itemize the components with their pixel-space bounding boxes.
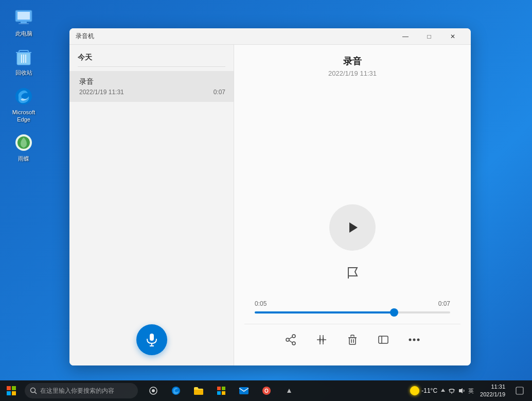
trim-button[interactable]	[311, 329, 332, 350]
current-time: 0:05	[255, 300, 267, 307]
desktop-icons: 此电脑 回收站	[5, 5, 42, 164]
bottom-toolbar	[244, 324, 460, 355]
desktop-icon-recycle[interactable]: 回收站	[5, 44, 42, 78]
more-options-button[interactable]	[404, 329, 424, 350]
svg-rect-1	[17, 12, 30, 20]
task-view-button[interactable]	[143, 380, 164, 401]
taskbar-center: O	[143, 380, 299, 401]
close-button[interactable]: ✕	[441, 28, 465, 45]
total-time: 0:07	[438, 300, 450, 307]
flag-button[interactable]	[346, 266, 359, 280]
share-button[interactable]	[280, 329, 301, 350]
svg-point-34	[413, 339, 416, 341]
svg-rect-47	[217, 391, 221, 395]
pc-label: 此电脑	[15, 30, 32, 37]
recording-list-item[interactable]: 录音 2022/1/19 11:31 0:07	[69, 71, 234, 102]
maximize-button[interactable]: □	[417, 28, 441, 45]
taskbar-weather[interactable]: -11°C	[410, 386, 437, 395]
taskbar-clock[interactable]: 11:31 2022/1/19	[477, 383, 508, 399]
recording-date-main: 2022/1/19 11:31	[328, 69, 377, 77]
record-btn-area	[69, 314, 234, 365]
desktop-icon-rain[interactable]: 雨蝶	[5, 130, 42, 164]
window-controls: — □ ✕	[394, 28, 465, 45]
svg-rect-31	[379, 336, 388, 343]
delete-button[interactable]	[342, 329, 363, 350]
svg-line-20	[289, 337, 292, 339]
left-panel: 今天 录音 2022/1/19 11:31 0:07	[69, 45, 234, 365]
progress-track[interactable]	[255, 311, 450, 313]
rename-button[interactable]	[373, 329, 394, 350]
volume-icon	[458, 387, 466, 394]
recycle-label: 回收站	[15, 69, 32, 76]
taskbar: 在这里输入你要搜索的内容	[0, 380, 532, 401]
svg-rect-12	[150, 334, 154, 341]
network-icon	[448, 387, 456, 394]
svg-rect-37	[12, 386, 16, 390]
window-titlebar: 录音机 — □ ✕	[69, 28, 471, 45]
svg-rect-49	[239, 387, 249, 394]
right-panel: 录音 2022/1/19 11:31 0:05	[234, 45, 471, 365]
svg-rect-3	[19, 23, 29, 24]
rain-label: 雨蝶	[18, 155, 29, 162]
svg-text:O: O	[264, 388, 269, 394]
window-body: 今天 录音 2022/1/19 11:31 0:07	[69, 45, 471, 365]
taskbar-mail[interactable]	[234, 380, 254, 401]
svg-rect-2	[21, 22, 27, 23]
search-icon	[30, 387, 37, 394]
start-button[interactable]	[0, 380, 23, 401]
progress-fill	[255, 311, 394, 313]
svg-point-40	[31, 388, 36, 393]
search-text: 在这里输入你要搜索的内容	[40, 387, 114, 395]
recording-item-meta: 2022/1/19 11:31 0:07	[79, 89, 225, 96]
recycle-icon	[13, 46, 34, 67]
taskbar-scroll-up[interactable]	[279, 380, 299, 401]
svg-point-33	[409, 339, 412, 341]
taskbar-right: -11°C 英	[410, 380, 532, 401]
svg-rect-25	[320, 338, 321, 342]
desktop-icon-pc[interactable]: 此电脑	[5, 5, 42, 39]
clock-time: 11:31	[480, 383, 505, 391]
progress-thumb[interactable]	[390, 308, 398, 317]
svg-rect-38	[7, 391, 11, 395]
taskbar-store[interactable]	[211, 380, 232, 401]
notification-button[interactable]	[511, 380, 528, 401]
recording-item-title: 录音	[79, 77, 225, 86]
recording-item-duration: 0:07	[214, 89, 225, 96]
svg-point-43	[152, 389, 155, 392]
svg-line-41	[35, 392, 37, 394]
recorder-window: 录音机 — □ ✕ 今天 录音 2022/1/19 11:31 0:07	[69, 28, 471, 365]
play-button[interactable]	[329, 204, 376, 251]
notification-icon	[516, 387, 524, 395]
taskbar-edge[interactable]	[166, 380, 186, 401]
weather-temp: -11°C	[421, 387, 437, 394]
taskbar-office[interactable]: O	[256, 380, 277, 401]
svg-rect-46	[222, 387, 225, 390]
svg-rect-57	[516, 387, 523, 394]
section-divider	[78, 66, 225, 67]
svg-line-21	[289, 341, 292, 343]
svg-marker-53	[441, 389, 445, 392]
edge-icon	[13, 86, 34, 107]
clock-date: 2022/1/19	[480, 391, 505, 398]
progress-area: 0:05 0:07	[244, 300, 460, 313]
rain-icon	[13, 132, 34, 153]
recording-title-main: 录音	[343, 55, 362, 67]
svg-point-35	[417, 339, 420, 341]
svg-point-19	[292, 342, 295, 345]
weather-sun-icon	[410, 386, 419, 395]
svg-marker-56	[459, 388, 463, 393]
language-indicator: 英	[468, 387, 474, 395]
taskbar-explorer[interactable]	[188, 380, 209, 401]
svg-point-17	[292, 335, 295, 338]
minimize-button[interactable]: —	[394, 28, 417, 45]
taskbar-sys-tray[interactable]: 英	[440, 387, 474, 395]
taskbar-search[interactable]: 在这里输入你要搜索的内容	[25, 383, 138, 398]
record-button[interactable]	[136, 324, 167, 355]
svg-rect-45	[217, 387, 221, 390]
svg-rect-48	[222, 391, 225, 395]
svg-rect-27	[349, 338, 356, 344]
svg-point-18	[286, 338, 289, 341]
desktop-icon-edge[interactable]: Microsoft Edge	[5, 84, 42, 126]
pc-icon	[13, 7, 34, 28]
progress-labels: 0:05 0:07	[255, 300, 450, 307]
